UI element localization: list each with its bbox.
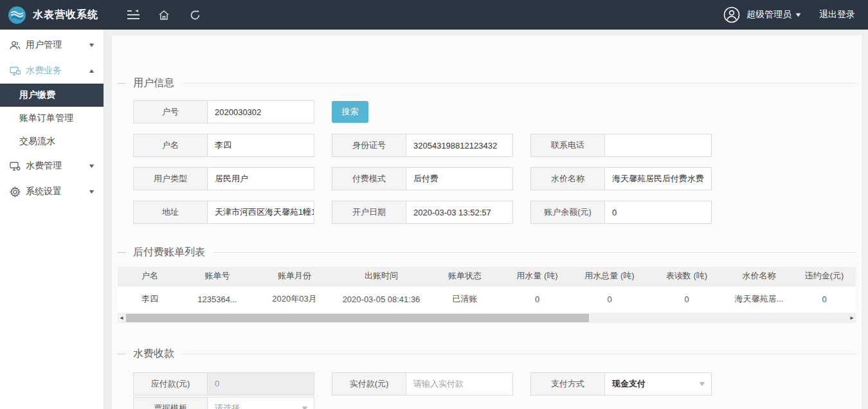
refresh-icon[interactable] — [179, 10, 210, 21]
sidebar-item-label: 水费管理 — [26, 160, 62, 172]
cell-bill-no: 1235364... — [182, 286, 253, 313]
field-label: 户名 — [134, 134, 208, 156]
user-type-field: 用户类型 居民用户 — [133, 167, 314, 190]
app-window: 水表营收系统 — [0, 0, 868, 409]
bill-table: 户名 账单号 账单月份 出账时间 账单状态 用水量 (吨) 用水总量 (吨) 表… — [118, 267, 856, 313]
col-header: 用水总量 (吨) — [571, 267, 648, 286]
address-value: 天津市河西区海天馨苑1幢1单 — [208, 201, 314, 223]
sidebar-item-user-mgmt[interactable]: 用户管理 ▼ — [0, 32, 104, 58]
col-header: 违约金(元) — [793, 267, 856, 286]
section-title-text: 水费收款 — [133, 347, 174, 361]
price-name-field: 水价名称 海天馨苑居民后付费水费 — [530, 167, 712, 190]
phone-value — [605, 134, 711, 156]
cell-bill-time: 2020-03-05 08:41:36 — [336, 286, 426, 313]
payable-field: 应付款(元) 0 — [133, 372, 314, 395]
phone-field: 联系电话 — [530, 134, 712, 157]
payment-method-value: 现金支付 — [612, 378, 646, 390]
account-no-field: 户号 — [133, 100, 314, 123]
payment-method-select[interactable]: 支付方式 现金支付 ▼ — [530, 372, 712, 395]
chevron-down-icon: ▼ — [794, 12, 802, 18]
field-label: 票据模板 — [134, 397, 208, 409]
section-title-bill-list: 后付费账单列表 — [118, 246, 856, 259]
field-label: 实付款(元) — [332, 373, 406, 395]
paid-field: 实付款(元) — [332, 372, 513, 395]
home-icon[interactable] — [149, 10, 179, 21]
user-info-form: 户号 搜索 户名 李四 身份证号 320543198812123432 — [112, 100, 862, 224]
field-label: 地址 — [134, 201, 208, 223]
chevron-down-icon: ▼ — [87, 163, 95, 169]
topbar-right: 超级管理员 ▼ 退出登录 — [723, 6, 855, 23]
cell-water-total: 0 — [571, 286, 648, 313]
pay-mode-value: 后付费 — [406, 168, 512, 190]
receipt-template-select[interactable]: 票据模板 请选择 ▼ — [133, 397, 314, 409]
scroll-left-icon[interactable]: ◄ — [118, 313, 125, 323]
sidebar-item-label: 水费业务 — [26, 65, 62, 77]
section-title-text: 用户信息 — [133, 56, 174, 90]
paid-input[interactable] — [413, 379, 505, 388]
sidebar-item-label: 系统设置 — [26, 186, 62, 197]
field-label: 身份证号 — [332, 134, 406, 156]
col-header: 表读数 (吨) — [648, 267, 725, 286]
collapse-menu-icon[interactable] — [118, 10, 149, 21]
col-header: 户名 — [118, 267, 182, 286]
user-name: 超级管理员 — [746, 9, 791, 21]
name-value: 李四 — [208, 134, 314, 156]
monitor-icon — [9, 65, 21, 77]
payment-form: 应付款(元) 0 实付款(元) 支付方式 现金支付 ▼ — [112, 372, 862, 409]
user-menu[interactable]: 超级管理员 ▼ — [746, 9, 801, 21]
balance-field: 账户余额(元) 0 — [530, 201, 712, 224]
sidebar-item-label: 用户管理 — [26, 39, 62, 51]
open-date-field: 开户日期 2020-03-03 13:52:57 — [332, 201, 513, 224]
field-label: 付费模式 — [332, 168, 406, 190]
col-header: 账单状态 — [426, 267, 503, 286]
chevron-up-icon: ▲ — [87, 68, 95, 74]
receipt-template-value: 请选择 — [215, 403, 240, 409]
section-title-user-info: 用户信息 — [118, 35, 856, 90]
cell-name: 李四 — [118, 286, 182, 313]
id-card-value: 320543198812123432 — [406, 134, 512, 156]
section-title-text: 后付费账单列表 — [133, 246, 205, 259]
sidebar-item-water-mgmt[interactable]: 水费管理 ▼ — [0, 153, 104, 179]
chevron-down-icon: ▼ — [698, 380, 707, 387]
sidebar-subitem-bill-order-mgmt[interactable]: 账单订单管理 — [0, 107, 104, 130]
payable-value: 0 — [208, 373, 314, 395]
sidebar-item-water-biz[interactable]: 水费业务 ▲ — [0, 58, 104, 84]
field-label: 开户日期 — [332, 201, 406, 223]
id-card-field: 身份证号 320543198812123432 — [332, 134, 513, 157]
user-type-value: 居民用户 — [208, 168, 314, 190]
cell-meter-reading: 0 — [648, 286, 725, 313]
field-label: 联系电话 — [531, 134, 605, 156]
cell-bill-status: 已清账 — [426, 286, 503, 313]
address-field: 地址 天津市河西区海天馨苑1幢1单 — [133, 201, 314, 224]
account-no-input[interactable] — [215, 107, 307, 117]
sidebar-item-system-settings[interactable]: 系统设置 ▼ — [0, 179, 104, 204]
pay-mode-field: 付费模式 后付费 — [332, 167, 513, 190]
cell-bill-month: 2020年03月 — [253, 286, 336, 313]
name-field: 户名 李四 — [133, 134, 314, 157]
scroll-right-icon[interactable]: ► — [848, 313, 856, 323]
user-avatar-icon[interactable] — [723, 6, 740, 23]
table-header-row: 户名 账单号 账单月份 出账时间 账单状态 用水量 (吨) 用水总量 (吨) 表… — [118, 267, 856, 286]
field-label: 支付方式 — [531, 373, 605, 395]
app-title: 水表营收系统 — [33, 8, 98, 22]
table-row[interactable]: 李四 1235364... 2020年03月 2020-03-05 08:41:… — [118, 286, 856, 313]
chevron-down-icon: ▼ — [87, 42, 95, 48]
chevron-down-icon: ▼ — [87, 188, 95, 195]
cell-water-used: 0 — [503, 286, 571, 313]
horizontal-scrollbar[interactable]: ◄ ► — [118, 313, 856, 323]
balance-value: 0 — [605, 201, 711, 223]
chevron-down-icon: ▼ — [300, 404, 310, 409]
price-name-value: 海天馨苑居民后付费水费 — [605, 168, 711, 190]
field-label: 水价名称 — [531, 168, 605, 190]
search-button[interactable]: 搜索 — [332, 101, 368, 123]
scrollbar-thumb[interactable] — [126, 314, 589, 322]
col-header: 水价名称 — [725, 267, 793, 286]
sidebar-subitem-transaction-flow[interactable]: 交易流水 — [0, 130, 104, 153]
section-title-payment: 水费收款 — [118, 347, 856, 361]
logout-button[interactable]: 退出登录 — [819, 9, 855, 21]
col-header: 用水量 (吨) — [503, 267, 571, 286]
cell-penalty: 0 — [793, 286, 856, 313]
field-label: 户号 — [134, 101, 208, 123]
content-panel: 用户信息 户号 搜索 户名 李四 身份证号 — [112, 35, 862, 409]
sidebar-subitem-user-pay[interactable]: 用户缴费 — [0, 84, 104, 107]
